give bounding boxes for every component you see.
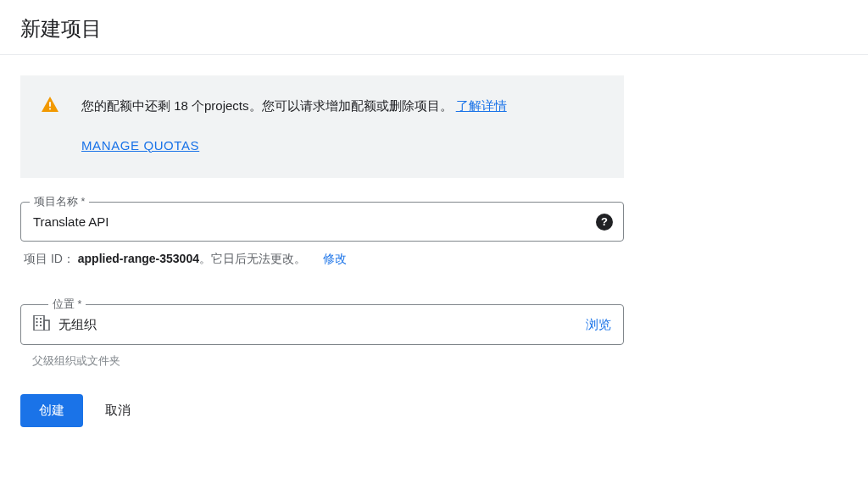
page-title: 新建项目 bbox=[20, 15, 848, 42]
cancel-button[interactable]: 取消 bbox=[100, 394, 136, 427]
quota-alert: 您的配额中还剩 18 个projects。您可以请求增加配额或删除项目。 了解详… bbox=[20, 75, 624, 178]
alert-body: 您的配额中还剩 18 个projects。您可以请求增加配额或删除项目。 了解详… bbox=[81, 94, 507, 158]
svg-rect-9 bbox=[40, 325, 42, 326]
svg-rect-1 bbox=[49, 108, 51, 110]
project-id-label: 项目 ID： bbox=[24, 252, 75, 265]
location-helper: 父级组织或文件夹 bbox=[20, 353, 624, 369]
svg-rect-2 bbox=[34, 315, 44, 331]
project-name-label: 项目名称 * bbox=[30, 195, 89, 209]
browse-button[interactable]: 浏览 bbox=[586, 317, 611, 333]
project-id-value: applied-range-353004 bbox=[78, 252, 199, 265]
organization-icon bbox=[33, 315, 50, 334]
svg-rect-6 bbox=[36, 321, 38, 323]
warning-icon bbox=[41, 96, 59, 116]
dialog-header: 新建项目 bbox=[0, 0, 868, 55]
create-button[interactable]: 创建 bbox=[20, 394, 83, 427]
edit-project-id-link[interactable]: 修改 bbox=[323, 252, 347, 265]
project-name-input-wrap[interactable]: 项目名称 * ? bbox=[20, 202, 624, 242]
location-value: 无组织 bbox=[58, 317, 577, 333]
project-name-field: 项目名称 * ? 项目 ID： applied-range-353004。它日后… bbox=[20, 202, 624, 267]
svg-rect-7 bbox=[40, 321, 42, 323]
alert-text: 您的配额中还剩 18 个projects。您可以请求增加配额或删除项目。 bbox=[81, 98, 453, 113]
location-label: 位置 * bbox=[48, 297, 86, 312]
svg-rect-8 bbox=[36, 325, 38, 326]
dialog-content: 您的配额中还剩 18 个projects。您可以请求增加配额或删除项目。 了解详… bbox=[0, 55, 644, 447]
manage-quotas-link[interactable]: MANAGE QUOTAS bbox=[81, 134, 199, 158]
location-field: 位置 * 无组织 浏览 父级组织或文件夹 bbox=[20, 304, 624, 369]
project-id-note: 。它日后无法更改。 bbox=[199, 252, 306, 265]
location-input-wrap[interactable]: 位置 * 无组织 浏览 bbox=[20, 304, 624, 345]
project-name-input[interactable] bbox=[33, 214, 586, 229]
learn-more-link[interactable]: 了解详情 bbox=[456, 98, 507, 113]
svg-rect-3 bbox=[44, 320, 49, 331]
action-buttons: 创建 取消 bbox=[20, 394, 624, 427]
project-id-hint: 项目 ID： applied-range-353004。它日后无法更改。 修改 bbox=[20, 252, 624, 267]
svg-rect-5 bbox=[40, 318, 42, 320]
svg-rect-4 bbox=[36, 318, 38, 320]
svg-rect-0 bbox=[49, 102, 51, 106]
help-icon[interactable]: ? bbox=[596, 214, 613, 231]
